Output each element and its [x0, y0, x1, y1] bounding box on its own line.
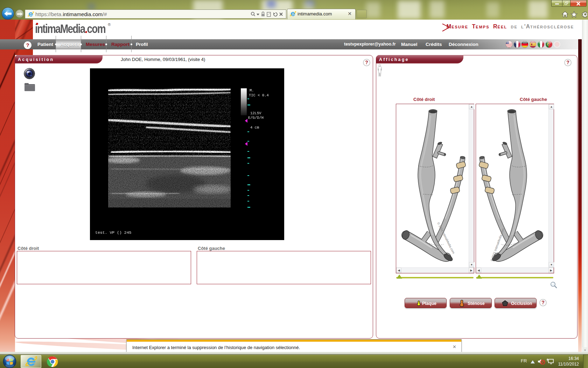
- svg-text:test. VP () 245: test. VP () 245: [95, 230, 132, 235]
- svg-text:M.: M.: [250, 88, 254, 93]
- svg-text:12L5V: 12L5V: [250, 111, 261, 115]
- svg-text:E/G/D/H: E/G/D/H: [248, 116, 264, 120]
- svg-text:TIC < 0.4: TIC < 0.4: [249, 93, 269, 97]
- svg-text:4 cm: 4 cm: [250, 125, 259, 130]
